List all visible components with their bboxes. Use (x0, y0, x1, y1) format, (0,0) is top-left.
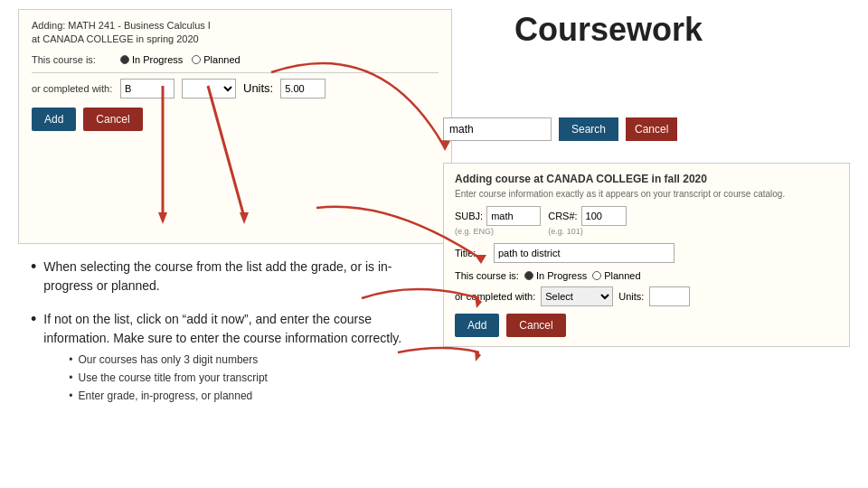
crs-input[interactable] (581, 206, 627, 226)
add-course-form: Adding course at CANADA COLLEGE in fall … (443, 163, 850, 347)
form-heading: Adding: MATH 241 - Business Calculus I a… (32, 19, 439, 47)
in-progress-label: In Progress (132, 54, 183, 65)
grade-select-right[interactable]: Select (541, 286, 613, 306)
bullet-1-text: When selecting the course from the list … (43, 258, 439, 296)
sub-bullet-1-dot: • (69, 352, 72, 368)
sub-bullet-3: • Enter grade, in-progress, or planned (69, 388, 439, 404)
bullet-1-dot: • (31, 258, 36, 277)
subj-label: SUBJ: (455, 211, 483, 221)
subj-input[interactable] (486, 206, 541, 226)
course-is-label-right: This course is: (455, 270, 519, 281)
title-input[interactable] (494, 243, 675, 263)
bullet-2-dot: • (31, 310, 36, 330)
cancel-button-left[interactable]: Cancel (83, 108, 142, 131)
sub-bullet-1: • Our courses has only 3 digit numbers (69, 352, 439, 368)
title-row: Title: (455, 243, 838, 263)
units-input-right[interactable] (649, 286, 690, 306)
cancel-button-right[interactable]: Cancel (506, 314, 565, 337)
units-label: Units: (243, 81, 273, 95)
completed-label-right: or completed with: (455, 291, 535, 302)
action-buttons-right: Add Cancel (455, 314, 838, 337)
action-buttons-left: Add Cancel (32, 108, 439, 131)
page-title: Coursework (502, 11, 715, 49)
crs-label: CRS#: (548, 211, 577, 221)
grade-select[interactable] (182, 79, 236, 99)
add-button-right[interactable]: Add (455, 314, 499, 337)
grade-row-right: or completed with: Select Units: (455, 286, 838, 306)
search-input[interactable] (443, 117, 552, 141)
planned-option[interactable]: Planned (192, 54, 240, 65)
completed-row: or completed with: Units: (32, 79, 439, 99)
sub-bullet-1-text: Our courses has only 3 digit numbers (79, 352, 259, 368)
search-area: Search Cancel (443, 117, 850, 141)
in-progress-option-right[interactable]: In Progress (524, 270, 587, 281)
planned-label-right: Planned (604, 270, 640, 281)
in-progress-radio-right[interactable] (524, 271, 533, 280)
units-input[interactable] (280, 79, 326, 99)
bullet-2: • If not on the list, click on “add it n… (31, 310, 439, 406)
subj-hint: (e.g. ENG) (455, 227, 541, 236)
sub-bullets: • Our courses has only 3 digit numbers •… (69, 352, 439, 404)
completed-label: or completed with: (32, 83, 113, 94)
subj-group: SUBJ: (e.g. ENG) (455, 206, 541, 236)
bullet-1: • When selecting the course from the lis… (31, 258, 439, 296)
course-status-row-right: This course is: In Progress Planned (455, 270, 838, 281)
bullets-section: • When selecting the course from the lis… (18, 249, 452, 429)
in-progress-option[interactable]: In Progress (120, 54, 183, 65)
crs-group: CRS#: (e.g. 101) (548, 206, 626, 236)
add-course-title: Adding course at CANADA COLLEGE in fall … (455, 173, 838, 185)
in-progress-radio[interactable] (120, 55, 129, 64)
left-form-panel: Adding: MATH 241 - Business Calculus I a… (18, 9, 452, 244)
crs-hint: (e.g. 101) (548, 227, 626, 236)
sub-bullet-2: • Use the course title from your transcr… (69, 370, 439, 386)
status-radio-group: In Progress Planned (120, 54, 241, 65)
search-cancel-button[interactable]: Cancel (626, 117, 677, 141)
divider (32, 72, 439, 73)
planned-label: Planned (203, 54, 240, 65)
course-status-row: This course is: In Progress Planned (32, 54, 439, 65)
planned-radio[interactable] (192, 55, 201, 64)
title-label: Title: (455, 248, 486, 258)
sub-bullet-2-text: Use the course title from your transcrip… (79, 370, 268, 386)
sub-bullet-3-dot: • (69, 388, 72, 404)
subj-crs-row: SUBJ: (e.g. ENG) CRS#: (e.g. 101) (455, 206, 838, 236)
planned-option-right[interactable]: Planned (592, 270, 640, 281)
course-is-label: This course is: (32, 54, 113, 65)
planned-radio-right[interactable] (592, 271, 601, 280)
units-label-right: Units: (618, 291, 644, 302)
sub-bullet-2-dot: • (69, 370, 72, 386)
sub-bullet-3-text: Enter grade, in-progress, or planned (79, 388, 253, 404)
search-button[interactable]: Search (559, 117, 618, 141)
grade-input[interactable] (120, 79, 175, 99)
bullet-2-text: If not on the list, click on “add it now… (43, 312, 401, 345)
in-progress-label-right: In Progress (536, 270, 587, 281)
add-course-hint: Enter course information exactly as it a… (455, 189, 838, 199)
add-button-left[interactable]: Add (32, 108, 76, 131)
